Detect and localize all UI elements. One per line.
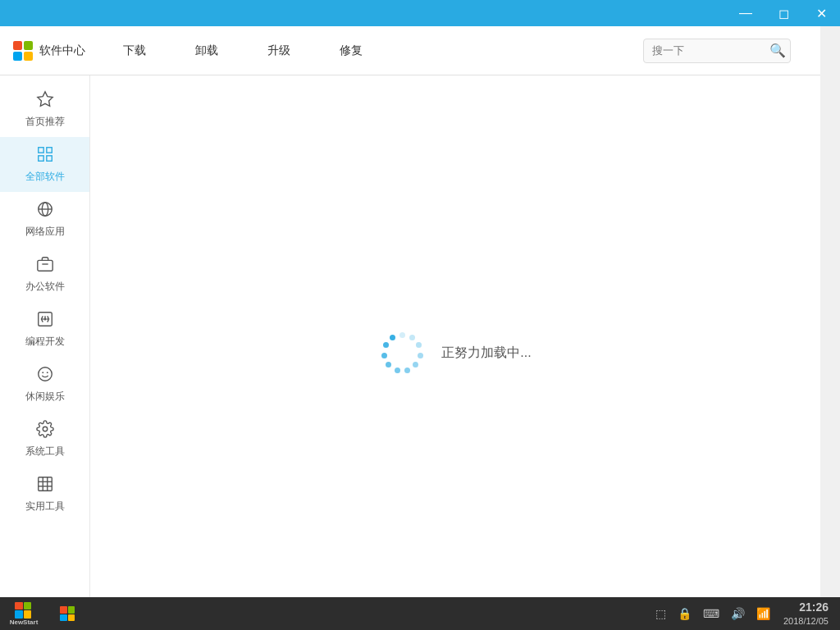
taskbar-app-icon: [60, 606, 75, 621]
logo-cell-blue: [13, 52, 22, 61]
sidebar-label-entertainment: 休闲娱乐: [25, 390, 65, 404]
sidebar-item-dev[interactable]: 编程开发: [0, 302, 89, 357]
svg-point-12: [44, 318, 46, 320]
newstart-label: NewStart: [10, 619, 39, 626]
minimize-button[interactable]: —: [727, 0, 765, 26]
start-cell-yellow: [24, 610, 32, 619]
monitor-tray-icon[interactable]: ⬚: [652, 604, 669, 623]
sidebar-label-dev: 编程开发: [25, 335, 65, 349]
nav-tabs: 下载 卸载 升级 修复: [98, 26, 643, 75]
svg-marker-0: [37, 92, 52, 106]
lock-tray-icon[interactable]: 🔒: [674, 604, 695, 623]
start-cell-red: [15, 602, 23, 610]
taskbar-right: ⬚ 🔒 ⌨ 🔊 📶 21:26 2018/12/05: [652, 597, 840, 630]
maximize-button[interactable]: ◻: [765, 0, 802, 26]
sidebar-item-entertainment[interactable]: 休闲娱乐: [0, 357, 89, 412]
table-icon: [36, 475, 54, 496]
tab-download[interactable]: 下载: [98, 26, 171, 75]
app-window: 软件中心 下载 卸载 升级 修复 🔍 首页推荐: [0, 26, 820, 630]
sidebar-label-system: 系统工具: [25, 445, 65, 459]
volume-tray-icon[interactable]: 🔊: [728, 604, 748, 623]
loading-text: 正努力加载中...: [441, 345, 531, 362]
gear-icon: [36, 420, 54, 441]
logo-icon: [13, 41, 33, 61]
code-icon: [36, 310, 54, 331]
svg-rect-8: [37, 260, 52, 271]
svg-point-13: [38, 368, 52, 381]
logo-cell-green: [24, 41, 33, 50]
tab-repair[interactable]: 修复: [315, 26, 387, 75]
sidebar-item-system[interactable]: 系统工具: [0, 412, 89, 467]
loading-area: 正努力加载中...: [379, 330, 531, 376]
logo-cell-red: [13, 41, 22, 50]
network-tray-icon[interactable]: 📶: [753, 604, 774, 623]
sidebar-item-home[interactable]: 首页推荐: [0, 82, 89, 137]
star-icon: [36, 90, 54, 112]
clock: 21:26 2018/12/05: [778, 600, 833, 628]
sidebar-label-all: 全部软件: [25, 170, 65, 184]
titlebar: — ◻ ✕: [0, 0, 840, 26]
logo-cell-yellow: [24, 52, 33, 61]
sidebar-label-network: 网络应用: [25, 225, 65, 239]
search-input[interactable]: [643, 39, 791, 63]
svg-rect-17: [38, 477, 52, 491]
sidebar-item-office[interactable]: 办公软件: [0, 247, 89, 302]
search-area: 🔍: [643, 39, 807, 63]
smile-icon: [36, 365, 54, 386]
svg-rect-2: [46, 148, 51, 153]
keyboard-tray-icon[interactable]: ⌨: [700, 604, 723, 623]
globe-icon: [36, 200, 54, 221]
sidebar-item-network[interactable]: 网络应用: [0, 192, 89, 247]
sidebar-label-office: 办公软件: [25, 280, 65, 294]
app-title: 软件中心: [39, 43, 85, 58]
start-cell-blue: [15, 610, 23, 619]
start-cell-green: [24, 602, 32, 610]
taskbar-app-software-center[interactable]: [52, 599, 82, 628]
briefcase-icon: [36, 255, 54, 276]
sidebar-item-all[interactable]: 全部软件: [0, 137, 89, 192]
close-button[interactable]: ✕: [802, 0, 840, 26]
svg-rect-3: [38, 156, 43, 161]
grid-icon: [36, 145, 54, 167]
sidebar-label-home: 首页推荐: [25, 115, 65, 129]
taskbar-apps: [46, 597, 82, 630]
search-icon: 🔍: [769, 43, 786, 58]
svg-rect-4: [46, 156, 51, 161]
start-logo-icon: [15, 602, 31, 619]
logo-area: 软件中心: [0, 41, 98, 61]
app-body: 首页推荐 全部软件: [0, 75, 820, 630]
clock-time: 21:26: [783, 600, 829, 616]
tab-upgrade[interactable]: 升级: [243, 26, 315, 75]
main-content: 正努力加载中...: [90, 75, 820, 630]
app-header: 软件中心 下载 卸载 升级 修复 🔍: [0, 26, 820, 75]
sidebar-item-utility[interactable]: 实用工具: [0, 467, 89, 522]
svg-rect-1: [38, 148, 43, 153]
taskbar: NewStart ⬚ 🔒 ⌨ 🔊 📶 21:26 2018/12/05: [0, 597, 840, 630]
clock-date: 2018/12/05: [783, 615, 829, 628]
start-button[interactable]: NewStart: [0, 597, 46, 630]
tab-uninstall[interactable]: 卸载: [171, 26, 243, 75]
sidebar: 首页推荐 全部软件: [0, 75, 90, 630]
loading-spinner: [379, 330, 425, 376]
sidebar-label-utility: 实用工具: [25, 500, 65, 514]
svg-point-16: [43, 427, 48, 431]
